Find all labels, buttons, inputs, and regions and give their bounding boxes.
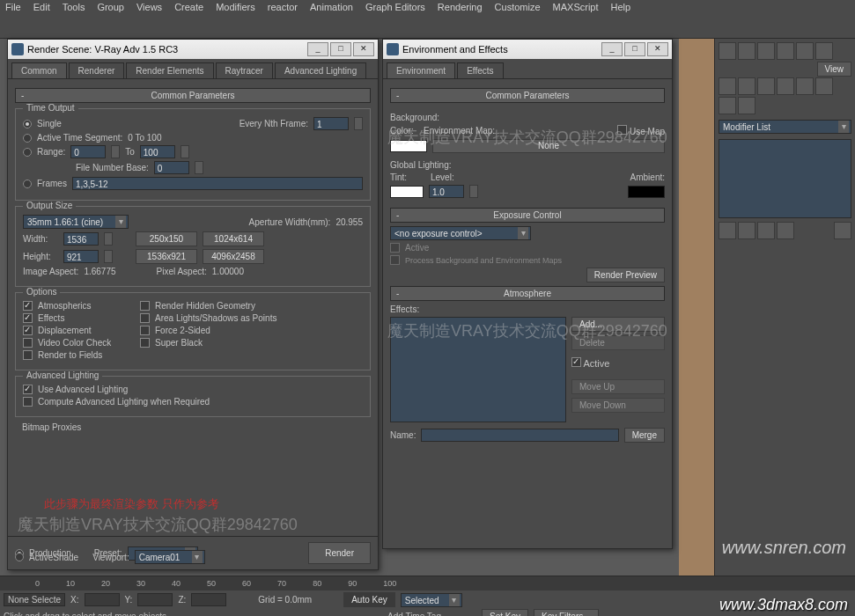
preset-1536x921[interactable]: 1536x921 [136, 249, 197, 264]
range-radio[interactable] [23, 148, 32, 157]
modifier-stack[interactable] [719, 139, 851, 218]
selection-name[interactable]: None Selecte [4, 593, 65, 606]
keyfilters-button[interactable]: Key Filters... [534, 609, 599, 616]
menu-help[interactable]: Help [611, 2, 631, 14]
tab-advlighting[interactable]: Advanced Lighting [275, 62, 366, 78]
compute-adv-lighting-check[interactable] [23, 397, 33, 407]
exposure-dropdown[interactable]: <no exposure control> [390, 226, 531, 240]
menu-customize[interactable]: Customize [495, 2, 541, 14]
maximize-button[interactable]: □ [330, 42, 351, 56]
preset-4096x2458[interactable]: 4096x2458 [203, 249, 264, 264]
minimize-button[interactable]: _ [601, 42, 623, 56]
spinner-buttons[interactable] [181, 145, 189, 158]
panel-tab-display[interactable] [796, 42, 814, 60]
minimize-button[interactable]: _ [307, 42, 328, 56]
menu-reactor[interactable]: reactor [268, 2, 298, 14]
menu-edit[interactable]: Edit [33, 2, 50, 14]
panel-tab-modify[interactable] [738, 42, 755, 60]
atm-active-check[interactable] [571, 357, 581, 367]
tint-swatch[interactable] [390, 186, 424, 198]
merge-button[interactable]: Merge [624, 428, 665, 443]
atmosphere-effects-list[interactable] [390, 317, 566, 422]
range-to-spinner[interactable]: 100 [140, 145, 175, 158]
stack-icon[interactable] [757, 222, 775, 239]
spinner-buttons[interactable] [195, 161, 203, 174]
stack-icon[interactable] [777, 222, 794, 239]
subpanel-icon[interactable] [738, 97, 755, 114]
menu-file[interactable]: File [5, 2, 21, 14]
menu-create[interactable]: Create [174, 2, 203, 14]
y-coord[interactable] [137, 593, 173, 606]
subpanel-icon[interactable] [777, 77, 794, 95]
menu-rendering[interactable]: Rendering [438, 2, 483, 14]
level-spinner[interactable]: 1.0 [429, 185, 464, 198]
spinner-buttons[interactable] [469, 185, 478, 198]
menu-grapheditors[interactable]: Graph Editors [365, 2, 425, 14]
x-coord[interactable] [85, 593, 120, 606]
spinner-buttons[interactable] [354, 117, 363, 130]
menu-views[interactable]: Views [136, 2, 162, 14]
env-map-button[interactable]: None [432, 139, 665, 153]
env-common-rollout[interactable]: -Common Parameters [390, 88, 665, 103]
modifier-list-dropdown[interactable]: Modifier List [719, 120, 851, 134]
menu-tools[interactable]: Tools [63, 2, 85, 14]
tab-renderer[interactable]: Renderer [69, 62, 125, 78]
displacement-check[interactable] [23, 326, 33, 335]
activeshade-radio[interactable] [15, 553, 24, 561]
stack-icon[interactable] [719, 222, 736, 239]
main-menu-bar[interactable]: File Edit Tools Group Views Create Modif… [0, 0, 855, 16]
width-spinner[interactable]: 1536 [63, 232, 99, 246]
autokey-button[interactable]: Auto Key [343, 592, 395, 607]
atm-name-input[interactable] [421, 429, 618, 442]
key-selection-dropdown[interactable]: Selected [401, 593, 462, 607]
tab-raytracer[interactable]: Raytracer [216, 62, 273, 78]
add-time-tag[interactable]: Add Time Tag [387, 612, 441, 616]
menu-animation[interactable]: Animation [310, 2, 353, 14]
subpanel-icon[interactable] [796, 77, 814, 95]
spinner-buttons[interactable] [104, 250, 113, 263]
viewport-area[interactable] [679, 39, 714, 576]
video-color-check[interactable] [23, 338, 33, 348]
area-lights-check[interactable] [140, 313, 150, 323]
bg-color-swatch[interactable] [390, 140, 427, 152]
render-hidden-check[interactable] [140, 301, 150, 311]
preset-250x150[interactable]: 250x150 [136, 231, 197, 246]
common-params-rollout[interactable]: -Common Parameters [15, 88, 371, 103]
every-nth-spinner[interactable]: 1 [313, 117, 349, 130]
frames-input[interactable]: 1,3,5-12 [72, 177, 363, 190]
spinner-buttons[interactable] [104, 232, 113, 246]
panel-tab-utilities[interactable] [815, 42, 833, 60]
tab-renderelements[interactable]: Render Elements [126, 62, 213, 78]
atmospherics-check[interactable] [23, 301, 33, 311]
file-base-spinner[interactable]: 0 [154, 161, 189, 174]
super-black-check[interactable] [140, 338, 150, 348]
tab-effects[interactable]: Effects [457, 62, 503, 78]
view-button[interactable]: View [817, 62, 852, 77]
render-dialog-titlebar[interactable]: Render Scene: V-Ray Adv 1.5 RC3 _ □ ✕ [8, 40, 378, 59]
viewport-dropdown[interactable]: Camera01 [135, 550, 205, 564]
menu-modifiers[interactable]: Modifiers [216, 2, 255, 14]
render-button[interactable]: Render [308, 542, 371, 564]
subpanel-icon[interactable] [719, 77, 736, 95]
single-radio[interactable] [23, 120, 32, 128]
panel-tab-hierarchy[interactable] [757, 42, 775, 60]
env-dialog-titlebar[interactable]: Environment and Effects _ □ ✕ [383, 40, 672, 59]
menu-group[interactable]: Group [97, 2, 124, 14]
active-segment-radio[interactable] [23, 134, 32, 143]
subpanel-icon[interactable] [815, 77, 833, 95]
render-preview-button[interactable]: Render Preview [586, 268, 665, 282]
output-preset-dropdown[interactable]: 35mm 1.66:1 (cine) [23, 215, 129, 229]
effects-check[interactable] [23, 313, 33, 323]
stack-icon[interactable] [834, 222, 851, 239]
atmosphere-rollout[interactable]: -Atmosphere [390, 286, 665, 301]
ambient-swatch[interactable] [628, 186, 665, 198]
subpanel-icon[interactable] [757, 77, 775, 95]
panel-tab-motion[interactable] [777, 42, 794, 60]
range-from-spinner[interactable]: 0 [70, 145, 106, 158]
use-adv-lighting-check[interactable] [23, 385, 33, 394]
use-map-check[interactable] [617, 125, 627, 135]
tab-environment[interactable]: Environment [387, 62, 455, 78]
close-button[interactable]: ✕ [353, 42, 374, 56]
stack-icon[interactable] [738, 222, 755, 239]
close-button[interactable]: ✕ [647, 42, 668, 56]
